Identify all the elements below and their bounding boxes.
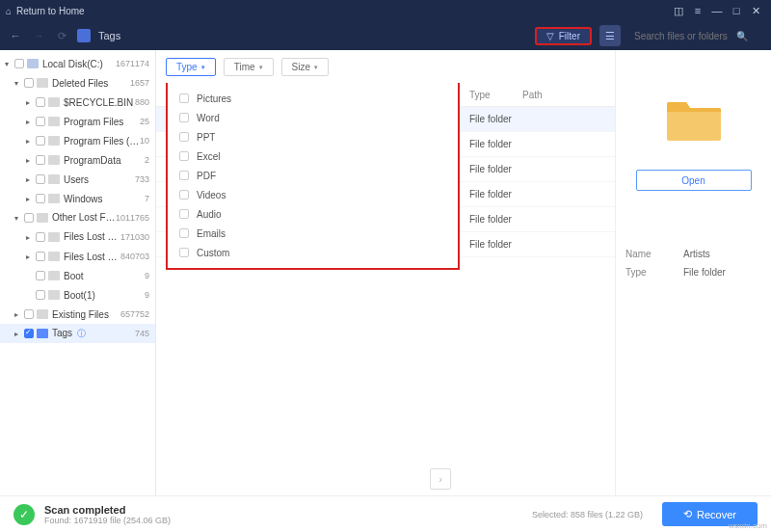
tree-item[interactable]: ▸Files Lost Origi... ⓘ171030	[0, 227, 155, 247]
type-option[interactable]: PDF	[168, 166, 458, 185]
recover-icon: ⟲	[683, 508, 692, 520]
back-button[interactable]: ←	[8, 30, 23, 41]
minimize-icon[interactable]: —	[707, 5, 727, 16]
tree-item[interactable]: ▸$RECYCLE.BIN880	[0, 93, 155, 112]
filter-button[interactable]: ▽ Filter	[535, 27, 592, 45]
search-box[interactable]: 🔍	[628, 31, 763, 41]
search-icon: 🔍	[736, 31, 748, 41]
tree-item[interactable]: Boot9	[0, 266, 155, 285]
meta-name-val: Artists	[683, 249, 710, 259]
return-home-link[interactable]: ⌂ Return to Home	[6, 6, 85, 16]
tree-item[interactable]: ▸ProgramData2	[0, 150, 155, 170]
col-path[interactable]: Path	[522, 90, 615, 100]
close-icon[interactable]: ✕	[746, 5, 765, 17]
meta-name-key: Name	[625, 249, 683, 259]
tree-item[interactable]: ▸Files Lost Original ...840703	[0, 247, 155, 266]
filter-type-button[interactable]: Type▾	[166, 58, 216, 76]
tree-item[interactable]: ▸Program Files25	[0, 112, 155, 131]
filter-icon: ▽	[546, 31, 554, 41]
meta-type-key: Type	[625, 267, 683, 278]
folder-preview-icon	[665, 96, 723, 143]
filter-bar: Type▾ Time▾ Size▾	[156, 50, 615, 84]
meta-type-val: File folder	[683, 267, 726, 278]
selection-info: Selected: 858 files (1.22 GB)	[532, 510, 643, 519]
type-option[interactable]: Emails	[168, 224, 458, 243]
type-option[interactable]: Word	[168, 108, 458, 127]
folder-tree: ▾Local Disk(C:)1671174▾Deleted Files1657…	[0, 50, 156, 495]
col-type[interactable]: Type	[469, 90, 522, 100]
tree-item[interactable]: ▸Windows7	[0, 189, 155, 208]
scan-status: Scan completed	[44, 504, 171, 516]
breadcrumb-icon	[77, 29, 91, 42]
type-option[interactable]: PPT	[168, 127, 458, 146]
tree-item[interactable]: ▸Existing Files657752	[0, 305, 155, 324]
titlebar: ⌂ Return to Home ◫ ≡ — □ ✕	[0, 0, 771, 21]
tree-item[interactable]: ▸Program Files (x86)10	[0, 131, 155, 150]
home-icon: ⌂	[6, 6, 12, 16]
type-option[interactable]: Custom	[168, 243, 458, 262]
feedback-icon[interactable]: ◫	[669, 5, 688, 17]
next-page-button[interactable]: ›	[430, 468, 451, 490]
footer: ✓ Scan completed Found: 1671919 file (25…	[0, 495, 771, 532]
filter-size-button[interactable]: Size▾	[281, 58, 329, 76]
maximize-icon[interactable]: □	[727, 5, 746, 16]
forward-button: →	[31, 30, 46, 41]
file-list-panel: Type▾ Time▾ Size▾ PicturesWordPPTExcelPD…	[156, 50, 615, 495]
search-input[interactable]	[634, 31, 731, 41]
tree-item[interactable]: ▾Local Disk(C:)1671174	[0, 54, 155, 73]
type-filter-dropdown: PicturesWordPPTExcelPDFVideosAudioEmails…	[166, 83, 460, 270]
tree-item[interactable]: ▾Other Lost Files ⓘ1011765	[0, 208, 155, 227]
check-icon: ✓	[13, 504, 35, 525]
filter-time-button[interactable]: Time▾	[224, 58, 274, 76]
type-option[interactable]: Audio	[168, 204, 458, 224]
view-toggle-button[interactable]: ☰	[599, 25, 621, 46]
scan-summary: Found: 1671919 file (254.06 GB)	[44, 516, 171, 525]
tree-item[interactable]: ▾Deleted Files1657	[0, 73, 155, 93]
tree-item[interactable]: Boot(1)9	[0, 285, 155, 305]
type-option[interactable]: Pictures	[168, 89, 458, 108]
type-option[interactable]: Videos	[168, 185, 458, 204]
open-button[interactable]: Open	[636, 170, 752, 191]
toolbar: ← → ⟳ Tags ▽ Filter ☰ 🔍	[0, 21, 771, 50]
tree-item[interactable]: ▸Users733	[0, 170, 155, 189]
type-option[interactable]: Excel	[168, 146, 458, 166]
return-home-text: Return to Home	[16, 6, 85, 16]
tree-item[interactable]: ▸Tags ⓘ745	[0, 324, 155, 343]
watermark: wsxdn.com	[729, 521, 767, 530]
breadcrumb: Tags	[98, 30, 120, 41]
details-panel: Open NameArtists TypeFile folder	[615, 50, 771, 495]
menu-icon[interactable]: ≡	[688, 5, 707, 16]
refresh-button[interactable]: ⟳	[54, 30, 69, 42]
